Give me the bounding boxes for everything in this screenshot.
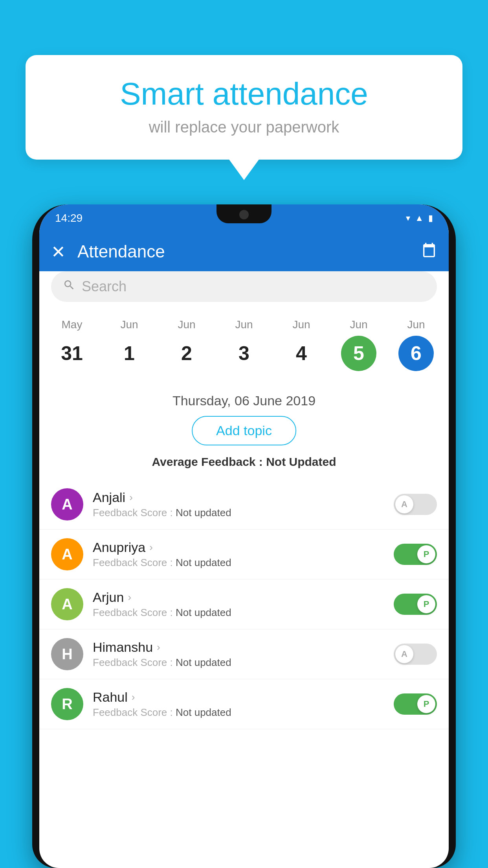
chevron-icon: › xyxy=(132,691,135,703)
cal-month-label: Jun xyxy=(407,318,425,331)
student-info: Arjun ›Feedback Score : Not updated xyxy=(93,590,384,619)
search-icon xyxy=(63,279,75,294)
calendar-day[interactable]: Jun4 xyxy=(284,318,319,371)
cal-date-label[interactable]: 2 xyxy=(169,336,204,371)
phone-screen: 14:29 ▾ ▲ ▮ ✕ Attendance S xyxy=(39,204,449,868)
cal-date-label[interactable]: 6 xyxy=(398,336,434,371)
toggle-thumb: P xyxy=(417,545,435,563)
chevron-icon: › xyxy=(129,491,133,504)
app-title: Attendance xyxy=(77,242,421,261)
calendar-strip: May31Jun1Jun2Jun3Jun4Jun5Jun6 xyxy=(39,311,449,375)
average-feedback: Average Feedback : Not Updated xyxy=(39,455,449,469)
cal-date-label[interactable]: 3 xyxy=(226,336,262,371)
attendance-toggle[interactable]: P xyxy=(394,594,437,615)
cal-month-label: Jun xyxy=(350,318,367,331)
bubble-title: Smart attendance xyxy=(49,77,439,111)
close-button[interactable]: ✕ xyxy=(51,242,66,262)
attendance-toggle[interactable]: A xyxy=(394,494,437,515)
feedback-value: Not updated xyxy=(176,657,231,668)
cal-month-label: Jun xyxy=(292,318,310,331)
cal-date-label[interactable]: 5 xyxy=(341,336,376,371)
toggle-thumb: P xyxy=(417,595,435,613)
student-info: Himanshu ›Feedback Score : Not updated xyxy=(93,640,384,669)
calendar-day[interactable]: Jun6 xyxy=(398,318,434,371)
student-item[interactable]: AArjun ›Feedback Score : Not updatedP xyxy=(39,579,449,629)
toggle-switch[interactable]: A xyxy=(394,644,437,665)
student-item[interactable]: RRahul ›Feedback Score : Not updatedP xyxy=(39,679,449,729)
status-icons: ▾ ▲ ▮ xyxy=(406,213,433,223)
toggle-switch[interactable]: P xyxy=(394,594,437,615)
student-feedback: Feedback Score : Not updated xyxy=(93,657,384,669)
attendance-toggle[interactable]: P xyxy=(394,693,437,715)
calendar-day[interactable]: Jun5 xyxy=(341,318,376,371)
toggle-switch[interactable]: A xyxy=(394,494,437,515)
notch xyxy=(216,204,272,223)
signal-icon: ▲ xyxy=(415,213,424,223)
student-name: Anupriya › xyxy=(93,540,384,555)
avg-feedback-label: Average Feedback : xyxy=(152,455,266,468)
toggle-switch[interactable]: P xyxy=(394,693,437,715)
student-info: Anupriya ›Feedback Score : Not updated xyxy=(93,540,384,569)
toggle-thumb: A xyxy=(395,645,413,663)
calendar-day[interactable]: Jun1 xyxy=(112,318,147,371)
student-name: Anjali › xyxy=(93,490,384,505)
feedback-value: Not updated xyxy=(176,507,231,519)
toggle-switch[interactable]: P xyxy=(394,544,437,565)
student-feedback: Feedback Score : Not updated xyxy=(93,507,384,519)
calendar-day[interactable]: May31 xyxy=(54,318,90,371)
chevron-icon: › xyxy=(149,541,153,554)
phone-frame: 14:29 ▾ ▲ ▮ ✕ Attendance S xyxy=(32,204,456,868)
student-name: Rahul › xyxy=(93,690,384,705)
student-name: Arjun › xyxy=(93,590,384,605)
cal-month-label: May xyxy=(62,318,83,331)
bubble-subtitle: will replace your paperwork xyxy=(49,118,439,136)
calendar-icon[interactable] xyxy=(421,242,437,261)
feedback-value: Not updated xyxy=(176,607,231,618)
student-feedback: Feedback Score : Not updated xyxy=(93,557,384,569)
student-avatar: R xyxy=(51,688,83,720)
student-feedback: Feedback Score : Not updated xyxy=(93,607,384,619)
cal-month-label: Jun xyxy=(235,318,253,331)
wifi-icon: ▾ xyxy=(406,213,410,223)
status-time: 14:29 xyxy=(55,212,83,224)
student-avatar: H xyxy=(51,638,83,670)
cal-date-label[interactable]: 31 xyxy=(54,336,90,371)
search-input[interactable]: Search xyxy=(82,278,127,295)
student-item[interactable]: HHimanshu ›Feedback Score : Not updatedA xyxy=(39,629,449,679)
cal-date-label[interactable]: 1 xyxy=(112,336,147,371)
chevron-icon: › xyxy=(157,641,160,653)
calendar-day[interactable]: Jun3 xyxy=(226,318,262,371)
avg-feedback-value: Not Updated xyxy=(266,455,336,468)
cal-month-label: Jun xyxy=(120,318,138,331)
student-item[interactable]: AAnjali ›Feedback Score : Not updatedA xyxy=(39,480,449,530)
feedback-value: Not updated xyxy=(176,557,231,568)
app-bar: ✕ Attendance xyxy=(39,232,449,271)
battery-icon: ▮ xyxy=(428,213,433,223)
cal-month-label: Jun xyxy=(178,318,195,331)
chevron-icon: › xyxy=(128,591,131,603)
student-avatar: A xyxy=(51,488,83,520)
student-info: Anjali ›Feedback Score : Not updated xyxy=(93,490,384,519)
student-feedback: Feedback Score : Not updated xyxy=(93,706,384,719)
feedback-value: Not updated xyxy=(176,706,231,718)
toggle-thumb: A xyxy=(395,495,413,513)
student-item[interactable]: AAnupriya ›Feedback Score : Not updatedP xyxy=(39,530,449,579)
speech-bubble: Smart attendance will replace your paper… xyxy=(26,55,462,160)
cal-date-label[interactable]: 4 xyxy=(284,336,319,371)
student-name: Himanshu › xyxy=(93,640,384,655)
search-bar[interactable]: Search xyxy=(51,271,437,302)
toggle-thumb: P xyxy=(417,695,435,713)
student-avatar: A xyxy=(51,588,83,620)
camera xyxy=(239,210,249,219)
attendance-toggle[interactable]: A xyxy=(394,644,437,665)
add-topic-button[interactable]: Add topic xyxy=(192,416,296,445)
calendar-day[interactable]: Jun2 xyxy=(169,318,204,371)
student-info: Rahul ›Feedback Score : Not updated xyxy=(93,690,384,719)
attendance-toggle[interactable]: P xyxy=(394,544,437,565)
selected-date: Thursday, 06 June 2019 xyxy=(39,393,449,408)
student-list: AAnjali ›Feedback Score : Not updatedAAA… xyxy=(39,480,449,868)
student-avatar: A xyxy=(51,538,83,570)
